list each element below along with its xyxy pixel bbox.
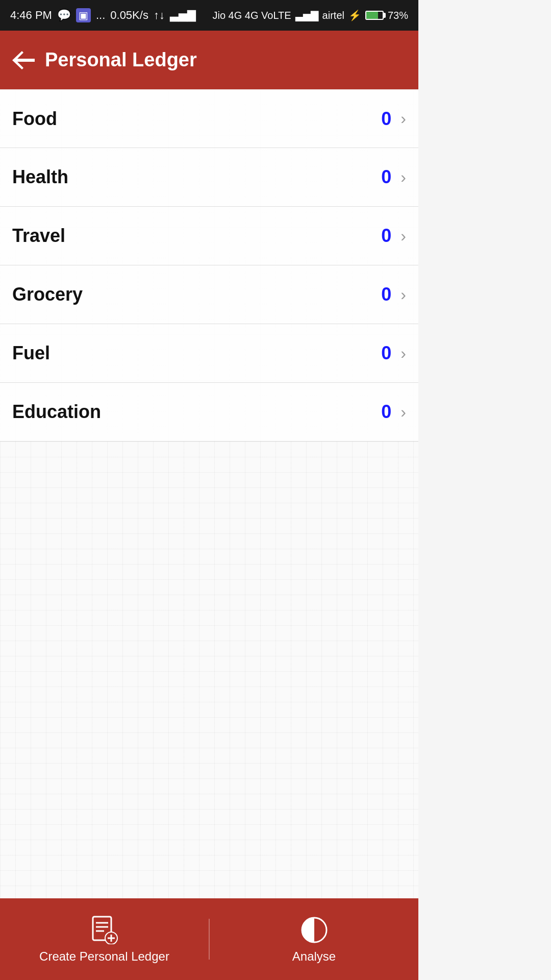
carrier1-label: Jio 4G 4G VoLTE [212, 10, 291, 21]
chevron-right-icon: › [400, 168, 406, 187]
ledger-list: Food 0 › Health 0 › Travel 0 › Grocery 0… [0, 89, 418, 442]
item-value: 0 [381, 108, 391, 130]
item-right: 0 › [381, 225, 406, 247]
list-item[interactable]: Grocery 0 › [0, 265, 418, 324]
create-ledger-label: Create Personal Ledger [39, 949, 169, 964]
analyse-nav-item[interactable]: Analyse [210, 915, 418, 964]
chevron-right-icon: › [400, 227, 406, 246]
item-right: 0 › [381, 284, 406, 305]
battery-bar [365, 11, 384, 20]
analyse-icon [299, 915, 330, 945]
item-value: 0 [381, 401, 391, 423]
battery-percent: 73% [388, 10, 408, 21]
item-value: 0 [381, 284, 391, 305]
list-item[interactable]: Travel 0 › [0, 207, 418, 265]
page-title: Personal Ledger [45, 49, 197, 71]
item-value: 0 [381, 342, 391, 364]
chevron-right-icon: › [400, 109, 406, 128]
chevron-right-icon: › [400, 403, 406, 422]
item-value: 0 [381, 166, 391, 188]
status-left: 4:46 PM 💬 ▣ ... 0.05K/s ↑↓ ▃▅▇ [10, 8, 196, 22]
ellipsis-icon: ... [96, 9, 105, 22]
list-item[interactable]: Education 0 › [0, 383, 418, 442]
whatsapp-icon: 💬 [57, 9, 71, 22]
app-icon: ▣ [76, 8, 91, 22]
signal-bars-1: ▃▅▇ [170, 9, 196, 22]
lightning-icon: ⚡ [348, 9, 361, 21]
chevron-right-icon: › [400, 344, 406, 363]
create-ledger-nav-item[interactable]: Create Personal Ledger [0, 915, 209, 964]
item-right: 0 › [381, 166, 406, 188]
item-right: 0 › [381, 108, 406, 130]
list-item[interactable]: Health 0 › [0, 148, 418, 207]
status-bar: 4:46 PM 💬 ▣ ... 0.05K/s ↑↓ ▃▅▇ Jio 4G 4G… [0, 0, 418, 31]
item-label: Travel [12, 225, 65, 247]
item-value: 0 [381, 225, 391, 247]
network-speed: 0.05K/s [110, 9, 148, 22]
create-ledger-icon [89, 915, 120, 945]
list-item[interactable]: Fuel 0 › [0, 324, 418, 383]
list-item[interactable]: Food 0 › [0, 89, 418, 148]
app-header: Personal Ledger [0, 31, 418, 89]
item-label: Fuel [12, 342, 50, 364]
item-label: Education [12, 401, 101, 423]
main-content: Food 0 › Health 0 › Travel 0 › Grocery 0… [0, 89, 418, 898]
item-label: Grocery [12, 284, 83, 305]
chevron-right-icon: › [400, 285, 406, 304]
carrier2-label: airtel [322, 10, 344, 21]
battery-icon [365, 11, 384, 20]
analyse-label: Analyse [292, 949, 336, 964]
item-right: 0 › [381, 401, 406, 423]
bottom-nav: Create Personal Ledger Analyse [0, 898, 418, 980]
time-display: 4:46 PM [10, 9, 52, 22]
signal-bars-2: ▃▅▇ [295, 9, 318, 21]
back-button[interactable] [12, 51, 35, 69]
status-right: Jio 4G 4G VoLTE ▃▅▇ airtel ⚡ 73% [212, 9, 408, 21]
item-label: Health [12, 166, 68, 188]
signal-icon: ↑↓ [154, 9, 165, 22]
item-right: 0 › [381, 342, 406, 364]
battery-fill [366, 12, 378, 19]
item-label: Food [12, 108, 57, 130]
